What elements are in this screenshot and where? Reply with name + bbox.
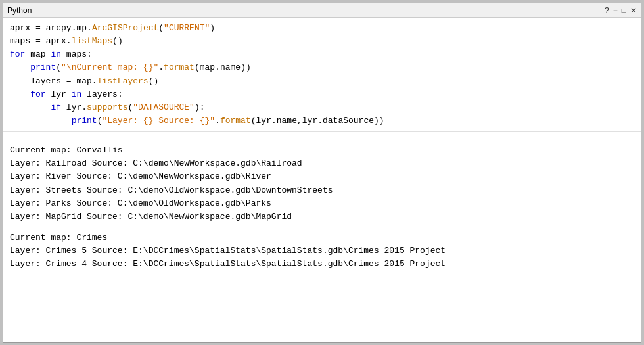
code-line-8: print("Layer: {} Source: {}".format(lyr.… [10,114,634,127]
output-line-4: Layer: River Source: C:\demo\NewWorkspac… [10,170,634,183]
code-editor[interactable]: aprx = arcpy.mp.ArcGISProject("CURRENT")… [3,18,641,132]
output-line-6: Layer: Parks Source: C:\demo\OldWorkspac… [10,197,634,210]
code-line-2: maps = aprx.listMaps() [10,35,634,48]
code-line-5: layers = map.listLayers() [10,75,634,88]
help-button[interactable]: ? [605,6,609,15]
code-line-4: print("\nCurrent map: {}".format(map.nam… [10,61,634,74]
output-line-9: Current map: Crimes [10,231,634,244]
output-panel: Current map: Corvallis Layer: Railroad S… [3,132,641,275]
output-spacer [10,136,634,144]
output-line-10: Layer: Crimes_5 Source: E:\DCCrimes\Spat… [10,244,634,258]
python-window: Python ? − □ ✕ aprx = arcpy.mp.ArcGISPro… [3,3,641,343]
code-line-7: if lyr.supports("DATASOURCE"): [10,101,634,114]
output-line-3: Layer: Railroad Source: C:\demo\NewWorks… [10,157,634,170]
title-bar: Python ? − □ ✕ [3,3,641,18]
output-line-2: Current map: Corvallis [10,144,634,157]
window-controls[interactable]: ? − □ ✕ [605,6,637,15]
restore-button[interactable]: □ [622,6,626,15]
output-line-5: Layer: Streets Source: C:\demo\OldWorksp… [10,184,634,197]
minimize-button[interactable]: − [613,6,618,15]
window-title: Python [7,6,32,15]
output-line-7: Layer: MapGrid Source: C:\demo\NewWorksp… [10,210,634,223]
output-line-11: Layer: Crimes_4 Source: E:\DCCrimes\Spat… [10,258,634,271]
code-line-1: aprx = arcpy.mp.ArcGISProject("CURRENT") [10,22,634,35]
close-button[interactable]: ✕ [630,6,637,15]
output-spacer-2 [10,223,634,231]
code-line-6: for lyr in layers: [10,88,634,101]
code-line-3: for map in maps: [10,48,634,61]
